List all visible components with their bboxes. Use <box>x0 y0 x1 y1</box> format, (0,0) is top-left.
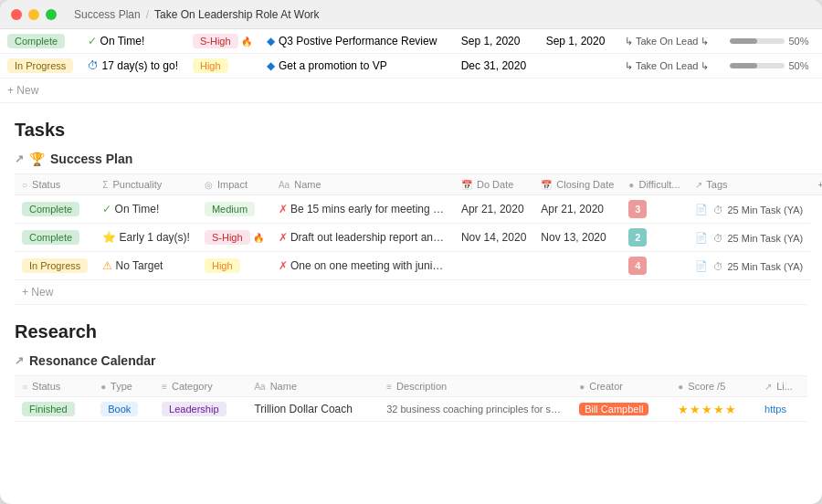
goal-status: In Progress <box>0 54 80 79</box>
goal-do-date: Sep 1, 2020 <box>454 29 539 54</box>
task-status-badge: Complete <box>22 202 79 216</box>
goal-impact: High <box>185 54 259 79</box>
score-stars: ★★★★★ <box>678 403 737 416</box>
goal-impact-badge: High <box>193 58 228 73</box>
th-impact: ◎ Impact <box>197 174 271 195</box>
task-name: ✗Be 15 mins early for meeting with direc… <box>271 195 454 224</box>
breadcrumb-separator: / <box>146 8 149 21</box>
rth-score: ● Score /5 <box>670 376 757 397</box>
tasks-add-label[interactable]: + New <box>22 286 53 299</box>
task-impact: High <box>197 252 271 280</box>
rth-description: ≡ Description <box>379 376 572 397</box>
goals-add-label[interactable]: + New <box>7 84 38 97</box>
rth-creator: ● Creator <box>572 376 670 397</box>
difficulty-badge: 2 <box>628 228 647 247</box>
research-type: Book <box>93 397 154 422</box>
task-status-badge: Complete <box>22 230 79 245</box>
goal-impact: S-High 🔥 <box>185 29 259 54</box>
th-name: Aa Name <box>271 174 454 195</box>
task-do-date <box>454 252 533 280</box>
doc-icon: 📄 <box>695 260 708 272</box>
maximize-button[interactable] <box>46 9 57 20</box>
research-category-badge: Leadership <box>162 402 226 416</box>
tasks-subsection-label: Success Plan <box>50 152 132 166</box>
th-add[interactable]: + <box>810 174 822 195</box>
th-tags: ↗ Tags <box>688 174 811 195</box>
research-type-badge: Book <box>100 402 138 416</box>
th-closing-date: 📅 Closing Date <box>533 174 621 195</box>
task-impact: S-High 🔥 <box>197 224 271 252</box>
goals-row: Complete ✓ On Time! S-High 🔥 ◆Q3 Postive… <box>0 29 822 54</box>
task-name: ✗Draft out leadership report and strateg… <box>271 224 454 252</box>
research-row: Finished Book Leadership Trillion Dollar… <box>15 397 807 422</box>
difficulty-badge: 4 <box>628 257 647 275</box>
rth-name: Aa Name <box>247 376 379 397</box>
subsection-arrow: ↗ <box>15 152 24 165</box>
close-button[interactable] <box>11 9 22 20</box>
tasks-title: Tasks <box>15 120 807 141</box>
breadcrumb-parent[interactable]: Success Plan <box>74 8 141 21</box>
research-link[interactable]: https <box>757 397 807 422</box>
task-closing-date: Apr 21, 2020 <box>533 195 621 224</box>
research-table: ○ Status ● Type ≡ Category Aa Name ≡ Des… <box>15 375 807 422</box>
goal-status-badge: In Progress <box>7 58 73 73</box>
task-status: Complete <box>15 195 95 224</box>
breadcrumb-current: Take On Leadership Role At Work <box>154 8 320 21</box>
progress-label: 50% <box>788 36 808 47</box>
clock-icon: ⏱ <box>713 261 723 272</box>
creator-badge: Bill Campbell <box>579 403 648 415</box>
goal-status: Complete <box>0 29 80 54</box>
doc-icon: 📄 <box>695 232 708 244</box>
goal-link[interactable]: ↳ Take On Lead ↳ <box>617 29 723 54</box>
task-row: Complete ⭐ Early 1 day(s)! S-High 🔥 ✗Dra… <box>15 224 822 252</box>
research-score: ★★★★★ <box>670 397 757 422</box>
task-name: ✗One on one meeting with juniors <box>271 252 454 280</box>
research-subsection-title: ↗ Resonance Calendar <box>15 353 807 368</box>
goal-progress: 50% <box>722 54 822 79</box>
task-row: Complete ✓ On Time! Medium ✗Be 15 mins e… <box>15 195 822 224</box>
research-description: 32 business coaching principles for self… <box>379 397 572 422</box>
task-status: Complete <box>15 224 95 252</box>
goal-progress: 50% <box>722 29 822 54</box>
tasks-subsection-title: ↗ 🏆 Success Plan <box>15 152 807 166</box>
goals-table: Complete ✓ On Time! S-High 🔥 ◆Q3 Postive… <box>0 29 822 79</box>
task-closing-date: Nov 13, 2020 <box>533 224 621 252</box>
app-window: Success Plan / Take On Leadership Role A… <box>0 0 822 504</box>
clock-icon: ⏱ <box>713 233 723 244</box>
research-name: Trillion Dollar Coach <box>247 397 379 422</box>
task-punctuality: ⭐ Early 1 day(s)! <box>95 224 197 252</box>
rth-link: ↗ Li... <box>757 376 807 397</box>
goal-do-date: Dec 31, 2020 <box>454 54 539 79</box>
task-difficulty: 3 <box>621 195 687 224</box>
progress-bar <box>730 63 785 68</box>
task-impact-badge: High <box>205 258 240 273</box>
task-impact-badge: S-High <box>205 230 250 245</box>
research-subsection-arrow: ↗ <box>15 354 24 367</box>
task-row: In Progress ⚠ No Target High ✗One on one… <box>15 252 822 280</box>
research-status-badge: Finished <box>22 402 75 416</box>
research-section: Research ↗ Resonance Calendar ○ Status ●… <box>0 305 822 422</box>
task-tags: 📄 ⏱ 25 Min Task (YA) <box>688 252 811 280</box>
goal-name: ◆Q3 Postive Performance Review <box>259 29 454 54</box>
goals-row: In Progress ⏱ 17 day(s) to go! High ◆Get… <box>0 54 822 79</box>
tag-item: 📄 ⏱ 25 Min Task (YA) <box>695 260 804 272</box>
difficulty-badge: 3 <box>628 200 647 218</box>
goal-closing-date <box>539 54 617 79</box>
tasks-add-row[interactable]: + New <box>15 280 807 305</box>
goals-add-row[interactable]: + New <box>0 79 822 103</box>
goal-link[interactable]: ↳ Take On Lead ↳ <box>617 54 723 79</box>
goal-name: ◆Get a promotion to VP <box>259 54 454 79</box>
goal-status-badge: Complete <box>7 34 65 48</box>
task-do-date: Apr 21, 2020 <box>454 195 533 224</box>
th-punctuality: Σ Punctuality <box>95 174 197 195</box>
task-do-date: Nov 14, 2020 <box>454 224 533 252</box>
clock-icon: ⏱ <box>713 205 723 215</box>
tag-item: 📄 ⏱ 25 Min Task (YA) <box>695 232 804 244</box>
tasks-section: Tasks ↗ 🏆 Success Plan ○ Status Σ Punctu… <box>0 103 822 305</box>
research-category: Leadership <box>154 397 247 422</box>
minimize-button[interactable] <box>28 9 39 20</box>
tag-item: 📄 ⏱ 25 Min Task (YA) <box>695 204 804 215</box>
task-tags: 📄 ⏱ 25 Min Task (YA) <box>688 195 811 224</box>
doc-icon: 📄 <box>695 204 708 215</box>
rth-status: ○ Status <box>15 376 93 397</box>
